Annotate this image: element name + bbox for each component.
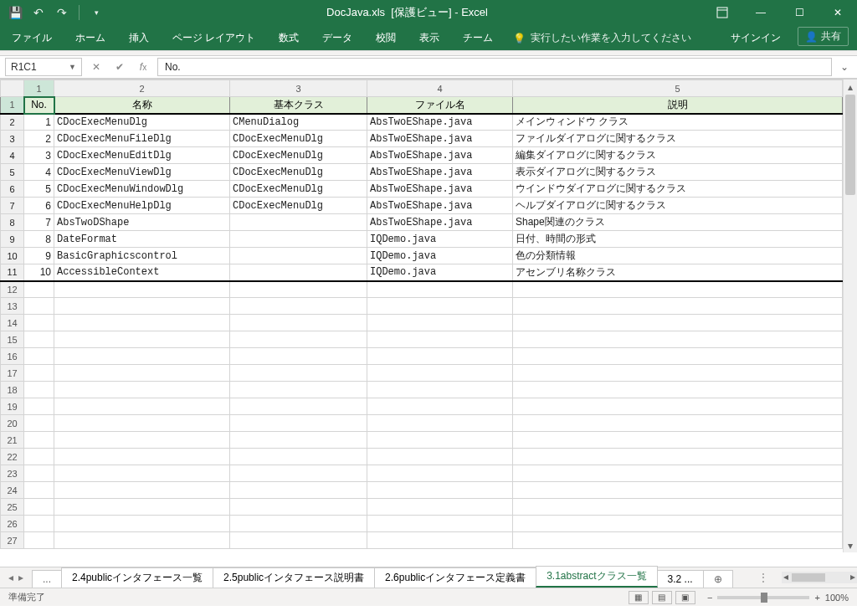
cell[interactable] — [367, 298, 513, 315]
window-close-icon[interactable]: ✕ — [819, 0, 857, 25]
cell[interactable] — [54, 465, 230, 482]
row-header[interactable]: 27 — [1, 532, 24, 549]
ribbon-tab-home[interactable]: ホーム — [64, 26, 117, 50]
cell[interactable] — [230, 532, 367, 549]
cell[interactable]: CDocExecMenuViewDlg — [54, 164, 230, 181]
select-all-corner[interactable] — [1, 80, 24, 97]
cell[interactable]: CDocExecMenuDlg — [230, 131, 367, 147]
cell[interactable]: CDocExecMenuDlg — [230, 198, 367, 214]
sheet-tab[interactable]: 2.5publicインタフェース説明書 — [213, 567, 375, 588]
view-pagelayout-icon[interactable]: ▤ — [652, 591, 672, 604]
cell[interactable] — [24, 465, 54, 482]
cell[interactable] — [367, 499, 513, 516]
cell[interactable] — [367, 482, 513, 499]
cell[interactable]: ウインドウダイアログに関するクラス — [513, 181, 843, 198]
cell[interactable]: アセンブリ名称クラス — [513, 264, 843, 281]
ribbon-tab-formulas[interactable]: 数式 — [267, 26, 310, 50]
cell[interactable]: ヘルプダイアログに関するクラス — [513, 198, 843, 214]
formula-input[interactable]: No. — [157, 58, 832, 76]
cell[interactable] — [367, 465, 513, 482]
cell[interactable] — [367, 315, 513, 331]
view-normal-icon[interactable]: ▦ — [629, 591, 649, 604]
cell[interactable] — [54, 348, 230, 365]
name-box[interactable]: R1C1 ▼ — [5, 58, 82, 76]
cell[interactable] — [54, 532, 230, 549]
cell[interactable]: CDocExecMenuDlg — [230, 181, 367, 198]
row-header[interactable]: 1 — [1, 97, 24, 114]
cell[interactable] — [24, 532, 54, 549]
save-icon[interactable]: 💾 — [5, 3, 25, 23]
cell[interactable] — [367, 331, 513, 348]
row-header[interactable]: 16 — [1, 348, 24, 365]
undo-icon[interactable]: ↶ — [28, 3, 49, 23]
row-header[interactable]: 17 — [1, 365, 24, 382]
ribbon-tab-view[interactable]: 表示 — [408, 26, 451, 50]
cell[interactable]: CDocExecMenuDlg — [230, 164, 367, 181]
cell[interactable] — [513, 465, 843, 482]
view-pagebreak-icon[interactable]: ▣ — [675, 591, 695, 604]
cell[interactable] — [230, 482, 367, 499]
row-header[interactable]: 15 — [1, 331, 24, 348]
cell[interactable] — [230, 231, 367, 248]
cell[interactable]: CDocExecMenuDlg — [54, 114, 230, 131]
cell[interactable] — [513, 315, 843, 331]
cell[interactable] — [230, 398, 367, 415]
cell[interactable] — [54, 482, 230, 499]
redo-icon[interactable]: ↷ — [52, 3, 72, 23]
zoom-level[interactable]: 100% — [825, 593, 849, 603]
row-header[interactable]: 26 — [1, 516, 24, 532]
cell[interactable]: AbsTwoEShape.java — [367, 214, 513, 231]
cell[interactable] — [54, 331, 230, 348]
cell[interactable] — [230, 214, 367, 231]
cell[interactable] — [24, 432, 54, 449]
cell[interactable]: 編集ダイアログに関するクラス — [513, 147, 843, 164]
cell[interactable]: IQDemo.java — [367, 264, 513, 281]
row-header[interactable]: 13 — [1, 298, 24, 315]
cell[interactable] — [54, 315, 230, 331]
cell[interactable] — [230, 331, 367, 348]
cancel-formula-icon[interactable]: ✕ — [87, 58, 105, 76]
cell[interactable] — [367, 516, 513, 532]
cell[interactable] — [513, 331, 843, 348]
cell[interactable]: CDocExecMenuFileDlg — [54, 131, 230, 147]
cell[interactable] — [367, 449, 513, 465]
cell[interactable] — [230, 264, 367, 281]
share-button[interactable]: 👤 共有 — [798, 27, 849, 46]
cell[interactable] — [513, 532, 843, 549]
cell[interactable] — [513, 382, 843, 398]
cell[interactable] — [230, 248, 367, 264]
cell[interactable] — [513, 499, 843, 516]
cell[interactable]: 9 — [24, 248, 54, 264]
zoom-in-button[interactable]: + — [814, 593, 819, 603]
row-header[interactable]: 11 — [1, 264, 24, 281]
row-header[interactable]: 4 — [1, 147, 24, 164]
cell[interactable]: No. — [24, 97, 54, 114]
sheet-tab[interactable]: 3.2 ... — [657, 570, 704, 588]
col-header[interactable]: 2 — [54, 80, 230, 97]
cell[interactable]: AbsTwoEShape.java — [367, 114, 513, 131]
cell[interactable]: CDocExecMenuWindowDlg — [54, 181, 230, 198]
cell[interactable]: 6 — [24, 198, 54, 214]
new-sheet-button[interactable]: ⊕ — [703, 570, 733, 588]
cell[interactable] — [367, 281, 513, 298]
cell[interactable]: IQDemo.java — [367, 231, 513, 248]
cell[interactable]: 1 — [24, 114, 54, 131]
cell[interactable] — [54, 449, 230, 465]
tab-nav-next-icon[interactable]: ▸ — [18, 572, 23, 583]
scroll-up-icon[interactable]: ▴ — [844, 80, 857, 94]
cell[interactable] — [24, 281, 54, 298]
cell[interactable] — [24, 382, 54, 398]
scroll-down-icon[interactable]: ▾ — [844, 538, 857, 552]
row-header[interactable]: 7 — [1, 198, 24, 214]
cell[interactable] — [24, 449, 54, 465]
cell[interactable] — [230, 415, 367, 432]
cell[interactable] — [513, 516, 843, 532]
ribbon-tab-data[interactable]: データ — [310, 26, 364, 50]
scroll-right-icon[interactable]: ▸ — [850, 571, 855, 583]
ribbon-tab-review[interactable]: 校閲 — [364, 26, 408, 50]
cell[interactable]: AbsTwoDShape — [54, 214, 230, 231]
cell[interactable]: 説明 — [513, 97, 843, 114]
row-header[interactable]: 8 — [1, 214, 24, 231]
cell[interactable]: AbsTwoEShape.java — [367, 147, 513, 164]
cell[interactable] — [54, 432, 230, 449]
